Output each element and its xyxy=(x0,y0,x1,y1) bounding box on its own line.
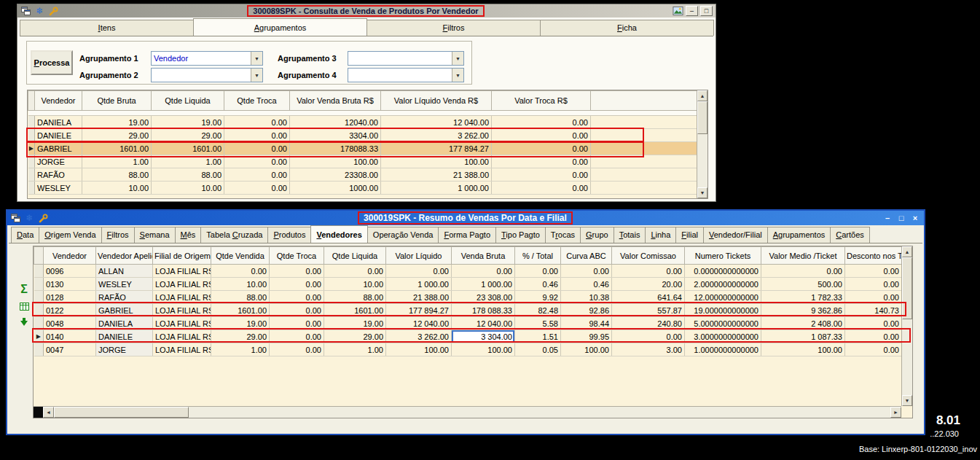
cell[interactable]: LOJA FILIAL RS xyxy=(153,317,211,330)
cell[interactable]: 19.000000000000 xyxy=(685,304,761,317)
horizontal-scrollbar[interactable]: ◄ ► xyxy=(34,406,901,418)
cascade-windows-icon[interactable] xyxy=(20,6,31,17)
cell[interactable]: 10.00 xyxy=(324,278,386,291)
cell[interactable]: 99.95 xyxy=(561,330,612,343)
column-header[interactable]: Qtde Troca xyxy=(224,91,290,111)
cell[interactable]: 2 408.00 xyxy=(761,317,845,330)
cell[interactable]: 29.00 xyxy=(82,129,152,142)
cell[interactable]: 0.00 xyxy=(224,182,290,195)
snowflake-icon[interactable]: ❄ xyxy=(24,213,35,224)
cell[interactable]: 0096 xyxy=(44,265,96,278)
column-header[interactable]: Valor Venda Bruta R$ xyxy=(290,91,381,111)
tab-grupo[interactable]: Grupo xyxy=(580,227,614,243)
cell[interactable]: DANIELA xyxy=(35,116,82,129)
cell[interactable]: 0.00 xyxy=(224,116,290,129)
cell[interactable]: 21 388.00 xyxy=(386,291,452,304)
table-row[interactable]: 0096ALLANLOJA FILIAL RS0.000.000.000.000… xyxy=(34,265,902,278)
cell[interactable]: JORGE xyxy=(35,155,82,168)
tab-semana[interactable]: Semana xyxy=(134,227,176,243)
column-header[interactable]: Valor Líquido Venda R$ xyxy=(381,91,492,111)
cell[interactable]: LOJA FILIAL RS xyxy=(153,330,211,343)
cell[interactable]: 240.80 xyxy=(612,317,685,330)
cell[interactable]: 12.000000000000 xyxy=(685,291,761,304)
scroll-right-icon[interactable]: ► xyxy=(890,407,901,418)
arrow-down-icon[interactable] xyxy=(17,316,31,329)
table-row[interactable]: ▶GABRIEL1601.001601.000.00178088.33177 8… xyxy=(28,142,697,155)
chevron-down-icon[interactable]: ▼ xyxy=(251,52,262,65)
cell[interactable]: DANIELE xyxy=(96,330,153,343)
cell[interactable]: 140.73 xyxy=(845,304,902,317)
tab-totais[interactable]: Totais xyxy=(614,227,646,243)
cell[interactable]: 0.00 xyxy=(845,265,902,278)
cell[interactable]: WESLEY xyxy=(96,278,153,291)
chevron-down-icon[interactable]: ▼ xyxy=(452,69,463,82)
cell[interactable]: 100.00 xyxy=(381,155,492,168)
column-header[interactable]: Filial de Origem xyxy=(153,247,211,265)
table-row[interactable]: 0122GABRIELLOJA FILIAL RS1601.000.001601… xyxy=(34,304,902,317)
cell[interactable]: 0047 xyxy=(44,343,96,356)
minimize-button[interactable]: – xyxy=(882,213,893,224)
cell[interactable]: 12 040.00 xyxy=(452,317,515,330)
cell[interactable]: 92.86 xyxy=(561,304,612,317)
agrupamento-3-select[interactable]: ▼ xyxy=(348,51,464,66)
tab-trocas[interactable]: Trocas xyxy=(545,227,581,243)
scrollbar-thumb[interactable] xyxy=(902,257,912,319)
cell[interactable]: 100.00 xyxy=(290,155,381,168)
cell[interactable]: 500.00 xyxy=(761,278,845,291)
cell[interactable]: 0.00 xyxy=(492,168,591,182)
column-header[interactable]: Numero Tickets xyxy=(685,247,761,265)
cell[interactable]: 1 000.00 xyxy=(386,278,452,291)
cell[interactable]: 0.00 xyxy=(270,317,324,330)
tab-operacao-venda[interactable]: Operação Venda xyxy=(367,227,439,243)
agrupamento-2-select[interactable]: ▼ xyxy=(151,68,263,82)
cell[interactable]: RAFÃO xyxy=(96,291,153,304)
cell[interactable]: 0130 xyxy=(44,278,96,291)
cell[interactable]: 1 000.00 xyxy=(381,182,492,195)
cell[interactable]: 19.00 xyxy=(211,317,270,330)
cell[interactable]: GABRIEL xyxy=(35,142,82,155)
column-header[interactable]: Valor Líquido xyxy=(386,247,452,265)
cell[interactable]: 3 262.00 xyxy=(381,129,492,142)
cell[interactable]: 1.00 xyxy=(211,343,270,356)
column-header[interactable]: Curva ABC xyxy=(561,247,612,265)
column-header[interactable]: Desconto nos Tick xyxy=(845,247,902,265)
scroll-left-icon[interactable]: ◄ xyxy=(43,407,54,418)
cell[interactable]: GABRIEL xyxy=(96,304,153,317)
cell[interactable]: 0.00 xyxy=(324,265,386,278)
tab-origem-venda[interactable]: Origem Venda xyxy=(39,227,101,243)
cell[interactable]: 0.00 xyxy=(845,291,902,304)
cell[interactable]: 0.00 xyxy=(270,330,324,343)
cell[interactable]: 1.51 xyxy=(515,330,561,343)
column-header[interactable]: Vendedor xyxy=(44,247,96,265)
tab-forma-pagto[interactable]: Forma Pagto xyxy=(438,227,496,243)
cell[interactable]: 0.0000000000000 xyxy=(685,265,761,278)
cell[interactable]: 0140 xyxy=(44,330,96,343)
cell[interactable]: 0128 xyxy=(44,291,96,304)
cell[interactable]: 0.00 xyxy=(845,317,902,330)
tab-tipo-pagto[interactable]: Tipo Pagto xyxy=(495,227,546,243)
maximize-button[interactable]: □ xyxy=(895,213,907,224)
cell[interactable]: 0.00 xyxy=(224,168,290,182)
cell[interactable]: 100.00 xyxy=(561,343,612,356)
cell[interactable]: 88.00 xyxy=(211,291,270,304)
cell[interactable]: 1000.00 xyxy=(290,182,381,195)
cell[interactable]: 0.00 xyxy=(270,304,324,317)
cell[interactable]: JORGE xyxy=(96,343,153,356)
tab-tabela-cruzada[interactable]: Tabela Cruzada xyxy=(200,227,268,243)
cell[interactable]: 1.00 xyxy=(82,155,152,168)
scrollbar-thumb[interactable] xyxy=(54,407,189,418)
column-header[interactable]: Qtde Troca xyxy=(270,247,324,265)
cell[interactable]: 29.00 xyxy=(152,129,224,142)
cell[interactable]: 0.00 xyxy=(612,265,685,278)
cell[interactable]: 82.48 xyxy=(515,304,561,317)
agrupamento-1-select[interactable]: Vendedor ▼ xyxy=(151,51,263,66)
table-row[interactable]: 0128RAFÃOLOJA FILIAL RS88.000.0088.0021 … xyxy=(34,291,902,304)
chevron-down-icon[interactable]: ▼ xyxy=(251,69,262,82)
cell[interactable]: 0.00 xyxy=(845,278,902,291)
cell[interactable]: LOJA FILIAL RS xyxy=(153,343,211,356)
cell[interactable]: 19.00 xyxy=(152,116,224,129)
cell[interactable]: 3 262.00 xyxy=(386,330,452,343)
cell[interactable]: 1601.00 xyxy=(324,304,386,317)
cell[interactable]: 10.00 xyxy=(82,182,152,195)
cell[interactable]: 0.46 xyxy=(561,278,612,291)
